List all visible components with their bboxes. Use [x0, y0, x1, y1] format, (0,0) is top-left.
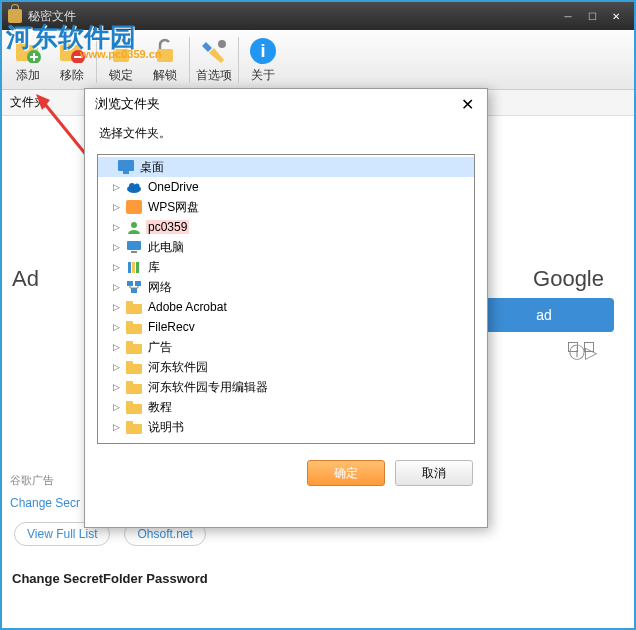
tree-item-label: Adobe Acrobat — [146, 300, 229, 314]
tree-item[interactable]: ▷河东软件园 — [98, 357, 474, 377]
play-icon[interactable]: ▷ — [584, 342, 594, 352]
lock-icon — [105, 35, 137, 67]
tree-root-desktop[interactable]: 桌面 — [98, 157, 474, 177]
tree-item[interactable]: ▷WPS网盘 — [98, 197, 474, 217]
add-button[interactable]: 添加 — [6, 33, 50, 87]
preferences-button[interactable]: 首选项 — [192, 33, 236, 87]
add-label: 添加 — [16, 67, 40, 84]
change-secret-link[interactable]: Change Secr — [10, 496, 80, 510]
lock-button[interactable]: 锁定 — [99, 33, 143, 87]
tree-expander[interactable]: ▷ — [110, 342, 122, 352]
tree-expander[interactable]: ▷ — [110, 242, 122, 252]
svg-rect-23 — [127, 281, 133, 286]
ad-label: 谷歌广告 — [10, 473, 54, 488]
folder-tree[interactable]: 桌面▷OneDrive▷WPS网盘▷pc0359▷此电脑▷库▷网络▷Adobe … — [97, 154, 475, 444]
change-password-label: Change SecretFolder Password — [12, 571, 208, 586]
tree-expander[interactable]: ▷ — [110, 302, 122, 312]
ok-button[interactable]: 确定 — [307, 460, 385, 486]
tree-item[interactable]: ▷库 — [98, 257, 474, 277]
tree-item-label: FileRecv — [146, 320, 197, 334]
svg-rect-11 — [118, 160, 134, 171]
browse-folder-dialog: 浏览文件夹 ✕ 选择文件夹。 桌面▷OneDrive▷WPS网盘▷pc0359▷… — [84, 88, 488, 528]
tree-expander[interactable]: ▷ — [110, 322, 122, 332]
lib-icon — [126, 260, 142, 274]
unlock-label: 解锁 — [153, 67, 177, 84]
tree-item-label: 河东软件园 — [146, 359, 210, 376]
svg-rect-37 — [126, 401, 133, 405]
tree-item[interactable]: ▷pc0359 — [98, 217, 474, 237]
toolbar-separator — [96, 37, 97, 83]
svg-rect-12 — [123, 171, 129, 174]
tree-item-label: WPS网盘 — [146, 199, 201, 216]
svg-rect-6 — [113, 49, 129, 62]
tree-expander[interactable]: ▷ — [110, 382, 122, 392]
tree-expander[interactable]: ▷ — [110, 182, 122, 192]
tree-item-label: 桌面 — [138, 159, 166, 176]
dialog-prompt: 选择文件夹。 — [85, 119, 487, 154]
folder-icon — [126, 360, 142, 374]
svg-point-17 — [131, 222, 137, 228]
tree-item[interactable]: ▷教程 — [98, 397, 474, 417]
svg-rect-31 — [126, 341, 133, 345]
main-toolbar: 添加 移除 锁定 解锁 首选项 i 关于 — [2, 30, 634, 90]
tree-item-label: 网络 — [146, 279, 174, 296]
folder-icon — [126, 400, 142, 414]
bg-ad-controls: ⓘ ▷ — [568, 342, 594, 352]
window-titlebar: 秘密文件 ─ ☐ ✕ — [2, 2, 634, 30]
svg-text:i: i — [260, 41, 265, 61]
svg-rect-28 — [126, 324, 142, 334]
remove-button[interactable]: 移除 — [50, 33, 94, 87]
svg-point-8 — [218, 40, 226, 48]
tree-item[interactable]: ▷此电脑 — [98, 237, 474, 257]
tree-expander[interactable]: ▷ — [110, 262, 122, 272]
maximize-button[interactable]: ☐ — [580, 7, 604, 25]
close-button[interactable]: ✕ — [604, 7, 628, 25]
bg-ad-text: Ad — [12, 266, 39, 292]
tree-expander[interactable]: ▷ — [110, 222, 122, 232]
dialog-titlebar: 浏览文件夹 ✕ — [85, 89, 487, 119]
toolbar-separator — [189, 37, 190, 83]
svg-rect-38 — [126, 424, 142, 434]
remove-folder-icon — [56, 35, 88, 67]
tree-expander[interactable]: ▷ — [110, 422, 122, 432]
cloud-icon — [126, 180, 142, 194]
tree-expander[interactable]: ▷ — [110, 282, 122, 292]
dialog-buttons: 确定 取消 — [85, 444, 487, 502]
svg-point-15 — [135, 184, 140, 189]
folder-icon — [126, 320, 142, 334]
bg-ad-button[interactable]: ad — [474, 298, 614, 332]
net-icon — [126, 280, 142, 294]
tree-item[interactable]: ▷Adobe Acrobat — [98, 297, 474, 317]
dialog-close-button[interactable]: ✕ — [457, 95, 477, 114]
tree-item-label: pc0359 — [146, 220, 189, 234]
svg-point-14 — [129, 183, 135, 189]
svg-rect-25 — [131, 288, 137, 293]
svg-rect-29 — [126, 321, 133, 325]
about-button[interactable]: i 关于 — [241, 33, 285, 87]
svg-rect-30 — [126, 344, 142, 354]
tree-expander[interactable]: ▷ — [110, 202, 122, 212]
tree-expander[interactable]: ▷ — [110, 402, 122, 412]
svg-rect-36 — [126, 404, 142, 414]
tree-item[interactable]: ▷广告 — [98, 337, 474, 357]
tree-item-label: 此电脑 — [146, 239, 186, 256]
svg-rect-26 — [126, 304, 142, 314]
tree-item[interactable]: ▷河东软件园专用编辑器 — [98, 377, 474, 397]
tree-item[interactable]: ▷OneDrive — [98, 177, 474, 197]
tree-item[interactable]: ▷网络 — [98, 277, 474, 297]
add-folder-icon — [12, 35, 44, 67]
cancel-button[interactable]: 取消 — [395, 460, 473, 486]
tree-expander[interactable]: ▷ — [110, 362, 122, 372]
info-icon[interactable]: ⓘ — [568, 342, 578, 352]
svg-rect-18 — [127, 241, 141, 250]
svg-rect-34 — [126, 384, 142, 394]
svg-rect-39 — [126, 421, 133, 425]
tree-item-label: 库 — [146, 259, 162, 276]
unlock-button[interactable]: 解锁 — [143, 33, 187, 87]
svg-rect-24 — [135, 281, 141, 286]
tree-item[interactable]: ▷说明书 — [98, 417, 474, 437]
minimize-button[interactable]: ─ — [556, 7, 580, 25]
about-label: 关于 — [251, 67, 275, 84]
unlock-icon — [149, 35, 181, 67]
tree-item[interactable]: ▷FileRecv — [98, 317, 474, 337]
